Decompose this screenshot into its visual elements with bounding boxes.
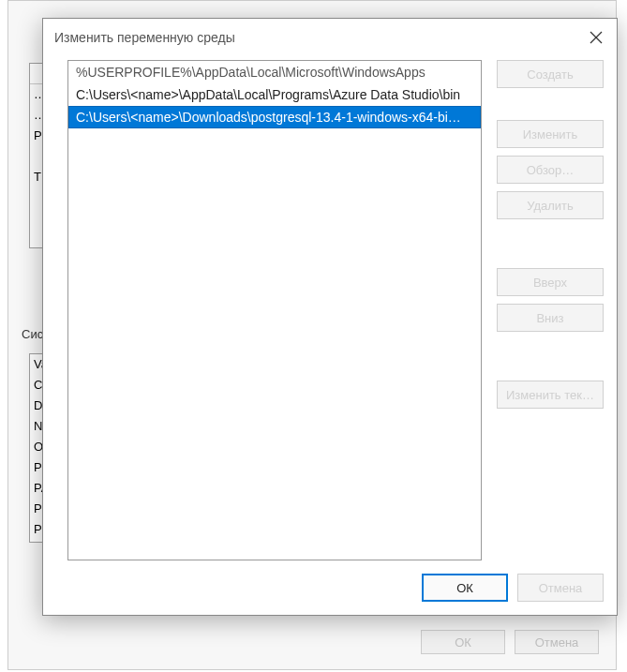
dialog-title: Изменить переменную среды [54, 30, 235, 45]
new-button[interactable]: Создать [497, 60, 604, 88]
path-entry-edit-input[interactable] [69, 107, 480, 127]
edit-environment-variable-dialog: Изменить переменную среды %USERPROFILE%\… [42, 18, 618, 616]
edit-button[interactable]: Изменить [497, 120, 604, 148]
move-up-button[interactable]: Вверх [497, 268, 604, 296]
path-entry[interactable]: %USERPROFILE%\AppData\Local\Microsoft\Wi… [68, 61, 481, 83]
dialog-titlebar: Изменить переменную среды [43, 19, 617, 56]
close-button[interactable] [585, 26, 607, 49]
parent-ok-button[interactable]: ОК [421, 630, 505, 654]
cancel-button[interactable]: Отмена [517, 574, 604, 602]
move-down-button[interactable]: Вниз [497, 304, 604, 332]
path-entry-selected[interactable] [68, 106, 481, 128]
parent-cancel-button[interactable]: Отмена [515, 630, 599, 654]
path-entries-listbox[interactable]: %USERPROFILE%\AppData\Local\Microsoft\Wi… [67, 60, 482, 560]
close-icon [590, 31, 603, 44]
delete-button[interactable]: Удалить [497, 191, 604, 219]
path-entry[interactable]: C:\Users\<name>\AppData\Local\Programs\A… [68, 83, 481, 106]
ok-button[interactable]: ОК [422, 574, 508, 602]
browse-button[interactable]: Обзор… [497, 156, 604, 184]
edit-text-button[interactable]: Изменить тек… [497, 381, 604, 409]
